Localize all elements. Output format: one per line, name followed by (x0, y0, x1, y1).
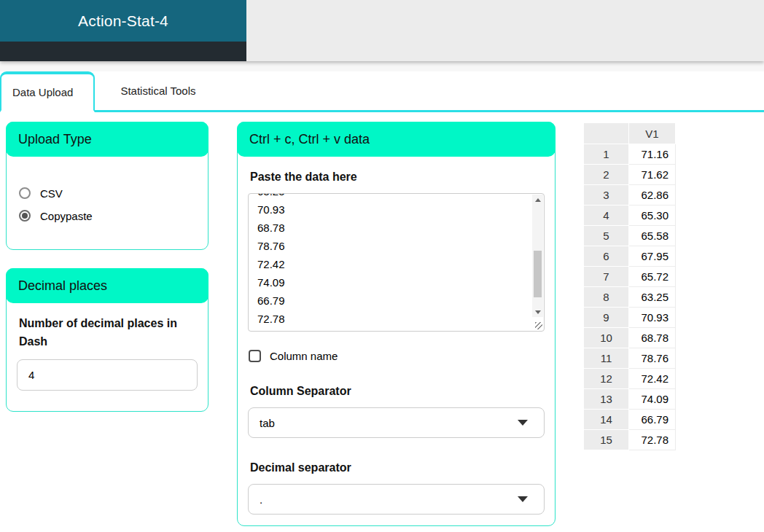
upload-type-panel-body: CSVCopypaste (7, 157, 208, 249)
paste-data-textarea[interactable] (249, 194, 544, 331)
paste-data-textarea-wrap (248, 193, 545, 332)
decimal-places-panel-title: Decimal places (6, 268, 208, 303)
table-row: 565.58 (584, 226, 676, 246)
paste-data-panel-body: Paste the data here Column name Column S… (238, 157, 555, 525)
upload-type-panel-title: Upload Type (6, 122, 208, 157)
radio-option-csv[interactable]: CSV (19, 185, 195, 201)
scrollbar-thumb[interactable] (534, 251, 542, 297)
row-value-cell: 70.93 (629, 308, 676, 328)
row-index-cell: 14 (584, 410, 629, 430)
upload-type-options: CSVCopypaste (7, 157, 208, 224)
table-row: 1068.78 (584, 328, 676, 348)
tab-data-upload[interactable]: Data Upload (0, 71, 95, 112)
row-index-cell: 7 (584, 267, 629, 287)
column-separator-select[interactable]: tab (248, 407, 545, 438)
row-index-cell: 12 (584, 369, 629, 389)
row-value-cell: 63.25 (629, 287, 676, 308)
index-column-header (584, 123, 629, 144)
row-value-cell: 71.62 (629, 165, 676, 185)
column-separator-label: Column Separator (250, 382, 542, 400)
data-table-head: V1 (584, 123, 676, 144)
resize-grip-icon[interactable] (535, 322, 542, 329)
main-content: Upload Type CSVCopypaste Decimal places … (0, 112, 764, 532)
table-header-row: V1 (584, 123, 676, 144)
table-row: 970.93 (584, 308, 676, 328)
column-separator-value: tab (260, 417, 275, 429)
decimal-places-panel-body: Number of decimal places in Dash 4 (7, 304, 208, 411)
scrollbar-up-icon[interactable] (532, 195, 543, 205)
radio-unselected-icon[interactable] (19, 187, 31, 199)
app-title-bar: Action-Stat-4 (0, 0, 246, 42)
tab-statistical-tools[interactable]: Statistical Tools (95, 71, 222, 110)
row-value-cell: 78.76 (629, 348, 676, 369)
row-value-cell: 71.16 (629, 144, 676, 165)
panel-title-text: Decimal places (18, 278, 107, 294)
table-row: 1272.42 (584, 369, 676, 389)
v1-column-header: V1 (629, 123, 676, 144)
table-row: 765.72 (584, 267, 676, 287)
table-row: 271.62 (584, 165, 676, 185)
chevron-down-icon (518, 420, 528, 426)
upload-type-panel: Upload Type CSVCopypaste (6, 122, 208, 250)
paste-data-panel: Ctrl + c, Ctrl + v data Paste the data h… (237, 122, 556, 526)
chevron-down-icon (518, 496, 528, 502)
decimal-places-value: 4 (28, 369, 34, 381)
table-row: 1374.09 (584, 389, 676, 410)
tab-label: Statistical Tools (120, 85, 195, 97)
header-sub-strip (0, 61, 764, 71)
row-value-cell: 74.09 (629, 389, 676, 410)
table-row: 1572.78 (584, 430, 676, 450)
app-title: Action-Stat-4 (78, 12, 168, 30)
row-index-cell: 13 (584, 389, 629, 410)
decimal-separator-value: . (260, 493, 262, 506)
column-name-checkbox-label: Column name (270, 350, 338, 362)
row-value-cell: 67.95 (629, 246, 676, 267)
row-index-cell: 11 (584, 348, 629, 369)
table-row: 863.25 (584, 287, 676, 308)
radio-option-copypaste[interactable]: Copypaste (19, 208, 195, 224)
paste-data-label: Paste the data here (250, 168, 542, 186)
decimal-places-input[interactable]: 4 (17, 359, 198, 391)
panel-title-text: Ctrl + c, Ctrl + v data (249, 132, 370, 147)
app-root: Action-Stat-4 Data Upload Statistical To… (0, 0, 764, 532)
table-row: 1178.76 (584, 348, 676, 369)
row-index-cell: 15 (584, 430, 629, 450)
row-value-cell: 72.42 (629, 369, 676, 389)
decimal-separator-select[interactable]: . (248, 484, 545, 515)
radio-option-label: CSV (40, 187, 63, 200)
row-value-cell: 62.86 (629, 185, 676, 206)
tab-label: Data Upload (12, 86, 73, 98)
row-index-cell: 1 (584, 144, 629, 165)
radio-selected-icon[interactable] (19, 210, 31, 222)
table-row: 171.16 (584, 144, 676, 165)
decimal-separator-label: Decimal separator (250, 458, 542, 477)
decimal-places-label: Number of decimal places in Dash (19, 314, 195, 351)
table-row: 667.95 (584, 246, 676, 267)
row-value-cell: 68.78 (629, 328, 676, 348)
data-table: V1 171.16271.62362.86465.30565.58667.957… (583, 122, 676, 450)
textarea-scrollbar[interactable] (532, 195, 543, 317)
row-index-cell: 8 (584, 287, 629, 308)
row-index-cell: 5 (584, 226, 629, 246)
panel-title-text: Upload Type (18, 132, 92, 147)
row-index-cell: 6 (584, 246, 629, 267)
row-index-cell: 10 (584, 328, 629, 348)
column-name-checkbox-row[interactable]: Column name (249, 348, 542, 363)
radio-option-label: Copypaste (40, 210, 93, 222)
scrollbar-down-icon[interactable] (532, 307, 543, 317)
table-row: 465.30 (584, 206, 676, 226)
table-row: 362.86 (584, 185, 676, 206)
header-gray-panel (246, 0, 764, 61)
row-value-cell: 65.72 (629, 267, 676, 287)
row-index-cell: 4 (584, 206, 629, 226)
column-name-checkbox[interactable] (249, 350, 261, 362)
data-table-body: 171.16271.62362.86465.30565.58667.95765.… (584, 144, 676, 450)
row-value-cell: 72.78 (629, 430, 676, 450)
row-index-cell: 2 (584, 165, 629, 185)
row-value-cell: 65.58 (629, 226, 676, 246)
decimal-places-panel: Decimal places Number of decimal places … (6, 268, 208, 412)
table-row: 1466.79 (584, 410, 676, 430)
row-index-cell: 3 (584, 185, 629, 206)
row-value-cell: 66.79 (629, 410, 676, 430)
row-index-cell: 9 (584, 308, 629, 328)
